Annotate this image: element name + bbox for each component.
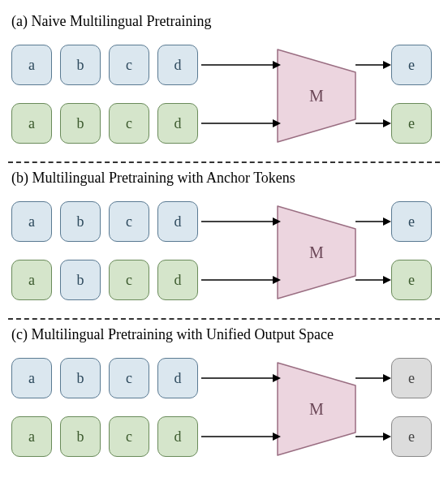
input-token: a — [11, 416, 52, 457]
input-token: d — [157, 416, 198, 457]
arrow-icon — [355, 275, 393, 285]
input-token: d — [157, 45, 198, 85]
svg-marker-24 — [383, 374, 391, 382]
arrow-icon — [355, 217, 393, 226]
model-label: M — [309, 87, 324, 105]
svg-marker-11 — [273, 217, 281, 226]
arrow-icon — [201, 432, 282, 441]
input-token: a — [11, 260, 52, 300]
arrow-icon — [355, 60, 393, 70]
arrow-icon — [355, 432, 393, 441]
svg-marker-17 — [383, 276, 391, 284]
token-row: abcd — [8, 45, 198, 85]
input-tokens: abcd — [11, 416, 198, 457]
output-token: e — [391, 416, 432, 457]
section-title: (a) Naive Multilingual Pretraining — [11, 13, 440, 30]
diagram-section: (c) Multilingual Pretraining with Unifie… — [8, 321, 440, 473]
input-token: c — [109, 45, 149, 85]
token-row: abcd — [8, 103, 198, 144]
input-token: c — [109, 358, 149, 398]
section-title: (c) Multilingual Pretraining with Unifie… — [11, 326, 440, 343]
diagram-area: abcdeabcde M — [8, 38, 440, 152]
input-token: b — [60, 45, 101, 85]
svg-marker-8 — [383, 119, 391, 127]
output-token: e — [391, 103, 432, 144]
input-token: b — [60, 416, 101, 457]
svg-marker-22 — [273, 433, 281, 441]
token-row: abcd — [8, 201, 198, 242]
model-label: M — [309, 400, 324, 419]
svg-marker-6 — [383, 61, 391, 69]
arrow-icon — [201, 118, 282, 128]
input-token: d — [157, 358, 198, 398]
input-token: b — [60, 103, 101, 144]
input-tokens: abcd — [11, 45, 198, 85]
arrow-icon — [201, 217, 282, 226]
input-tokens: abcd — [11, 103, 198, 144]
svg-marker-20 — [273, 374, 281, 382]
arrow-icon — [201, 275, 282, 285]
token-row: abcd — [8, 358, 198, 398]
svg-marker-4 — [273, 119, 281, 127]
output-token: e — [391, 45, 432, 85]
input-tokens: abcd — [11, 201, 198, 242]
output-token: e — [391, 358, 432, 398]
model-block: M — [276, 204, 357, 300]
input-token: d — [157, 103, 198, 144]
arrow-icon — [201, 373, 282, 383]
input-tokens: abcd — [11, 358, 198, 398]
arrow-icon — [201, 60, 282, 70]
arrow-icon — [355, 118, 393, 128]
svg-marker-13 — [273, 276, 281, 284]
diagram-section: (a) Naive Multilingual Pretrainingabcdea… — [8, 8, 440, 160]
input-token: c — [109, 201, 149, 242]
output-token: e — [391, 260, 432, 300]
input-token: a — [11, 201, 52, 242]
input-token: d — [157, 201, 198, 242]
input-token: b — [60, 201, 101, 242]
diagram-area: abcdeabcde M — [8, 351, 440, 465]
model-block: M — [276, 48, 357, 144]
input-token: c — [109, 103, 149, 144]
diagram-area: abcdeabcde M — [8, 195, 440, 308]
diagram-section: (b) Multilingual Pretraining with Anchor… — [8, 165, 440, 316]
token-row: abcd — [8, 416, 198, 457]
input-tokens: abcd — [11, 260, 198, 300]
input-token: c — [109, 416, 149, 457]
section-divider — [8, 161, 440, 163]
input-token: d — [157, 260, 198, 300]
output-token: e — [391, 201, 432, 242]
input-token: b — [60, 358, 101, 398]
arrow-icon — [355, 373, 393, 383]
input-token: a — [11, 45, 52, 85]
svg-marker-26 — [383, 433, 391, 441]
input-token: a — [11, 103, 52, 144]
model-block: M — [276, 361, 357, 457]
input-token: a — [11, 358, 52, 398]
token-row: abcd — [8, 260, 198, 300]
svg-marker-15 — [383, 217, 391, 226]
section-divider — [8, 318, 440, 320]
model-label: M — [309, 243, 324, 262]
svg-marker-2 — [273, 61, 281, 69]
section-title: (b) Multilingual Pretraining with Anchor… — [11, 170, 440, 187]
input-token: c — [109, 260, 149, 300]
input-token: b — [60, 260, 101, 300]
